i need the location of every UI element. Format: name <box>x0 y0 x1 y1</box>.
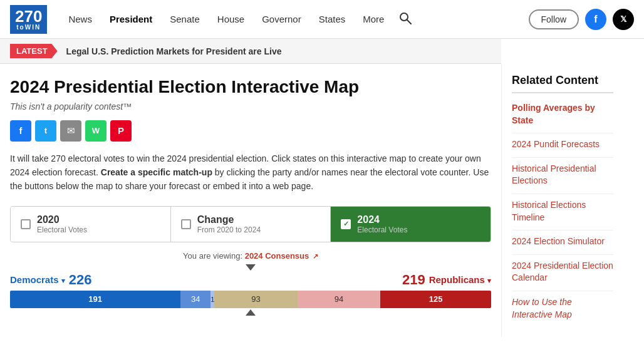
sidebar-divider-6 <box>512 291 613 291</box>
sidebar-title: Related Content <box>512 74 613 93</box>
logo-top: 270 <box>15 8 42 24</box>
latest-badge: LATEST <box>10 44 58 58</box>
header-right: Follow f 𝕏 <box>529 9 634 30</box>
banner: LATEST Legal U.S. Prediction Markets for… <box>0 39 501 64</box>
share-pinterest[interactable]: P <box>110 120 132 142</box>
sidebar-link-pundit[interactable]: 2024 Pundit Forecasts <box>512 138 613 151</box>
toggle-2024-sub: Electoral Votes <box>357 225 407 234</box>
sidebar: Related Content Polling Averages by Stat… <box>501 64 623 337</box>
viewing-label: You are viewing: 2024 Consensus ↗ <box>10 251 491 261</box>
nav-item-president[interactable]: President <box>101 14 161 24</box>
viewing-link[interactable]: 2024 Consensus ↗ <box>245 251 318 261</box>
twitter-x-icon[interactable]: 𝕏 <box>613 9 634 30</box>
rep-label[interactable]: Republicans ▾ <box>429 274 491 285</box>
nav-item-senate[interactable]: Senate <box>161 14 209 24</box>
main-layout: 2024 Presidential Election Interactive M… <box>0 64 644 337</box>
rep-side: 219 Republicans ▾ <box>402 272 491 288</box>
sidebar-divider-3 <box>512 194 613 194</box>
toggle-group: 2020 Electoral Votes Change From 2020 to… <box>10 206 491 242</box>
sidebar-link-calendar[interactable]: 2024 Presidential Election Calendar <box>512 260 613 284</box>
content-area: 2024 Presidential Election Interactive M… <box>0 64 501 337</box>
sidebar-divider-2 <box>512 157 613 158</box>
sidebar-divider-1 <box>512 133 613 133</box>
intro-text: It will take 270 electoral votes to win … <box>10 152 491 194</box>
ev-labels: Democrats ▾ 226 219 Republicans ▾ <box>10 272 491 288</box>
page-subtitle: This isn't a popularity contest™ <box>10 101 491 111</box>
checkbox-change <box>181 219 191 229</box>
triangle-down <box>10 264 491 271</box>
checkbox-2024: ✓ <box>341 219 351 229</box>
share-whatsapp[interactable]: W <box>85 120 106 142</box>
toggle-2020-main: 2020 <box>37 214 87 225</box>
nav-item-more[interactable]: More <box>354 14 393 24</box>
banner-text: Legal U.S. Prediction Markets for Presid… <box>66 46 282 56</box>
rep-count: 219 <box>402 272 425 288</box>
nav-item-governor[interactable]: Governor <box>253 14 310 24</box>
share-buttons: f t ✉ W P <box>10 120 491 142</box>
page-title: 2024 Presidential Election Interactive M… <box>10 76 491 98</box>
toggle-change-main: Change <box>197 214 261 225</box>
logo[interactable]: 270 toWIN <box>10 5 47 34</box>
dem-label[interactable]: Democrats ▾ <box>10 274 65 285</box>
svg-line-1 <box>407 20 411 24</box>
bar-dem-safe: 191 <box>10 291 180 308</box>
toggle-2024-label: 2024 Electoral Votes <box>357 214 407 234</box>
bar-rep-lean: 94 <box>298 291 381 308</box>
checkbox-2020 <box>21 219 31 229</box>
toggle-2020-sub: Electoral Votes <box>37 225 87 234</box>
rep-dropdown-icon: ▾ <box>487 277 491 284</box>
share-facebook[interactable]: f <box>10 120 31 142</box>
toggle-2020-label: 2020 Electoral Votes <box>37 214 87 234</box>
bar-toss: 93 <box>214 291 298 308</box>
sidebar-divider-5 <box>512 254 613 255</box>
dem-count: 226 <box>69 272 92 288</box>
share-twitter[interactable]: t <box>35 120 56 142</box>
dem-side: Democrats ▾ 226 <box>10 272 91 288</box>
sidebar-link-historical-elections[interactable]: Historical Presidential Elections <box>512 163 613 187</box>
sidebar-link-simulator[interactable]: 2024 Election Simulator <box>512 235 613 248</box>
toggle-change-sub: From 2020 to 2024 <box>197 225 261 234</box>
bar-rep-safe: 125 <box>380 291 491 308</box>
triangle-up <box>10 309 491 316</box>
sidebar-link-historical-timeline[interactable]: Historical Elections Timeline <box>512 199 613 224</box>
nav-item-news[interactable]: News <box>60 14 101 24</box>
logo-bottom: toWIN <box>16 24 41 31</box>
main-nav: News President Senate House Governor Sta… <box>60 12 528 26</box>
sidebar-divider-4 <box>512 230 613 230</box>
nav-item-states[interactable]: States <box>310 14 355 24</box>
facebook-icon[interactable]: f <box>585 9 606 30</box>
toggle-change-label: Change From 2020 to 2024 <box>197 214 261 234</box>
share-email[interactable]: ✉ <box>60 120 81 142</box>
external-link-icon: ↗ <box>313 252 318 260</box>
sidebar-link-polling[interactable]: Polling Averages by State <box>512 102 613 127</box>
ev-bar: 191 34 1 93 94 125 <box>10 291 491 308</box>
follow-button[interactable]: Follow <box>529 9 579 29</box>
sidebar-link-how-to[interactable]: How to Use the Interactive Map <box>512 296 613 321</box>
nav-item-house[interactable]: House <box>209 14 253 24</box>
toggle-2024-main: 2024 <box>357 214 407 225</box>
header: 270 toWIN News President Senate House Go… <box>0 0 644 39</box>
dem-dropdown-icon: ▾ <box>61 277 65 284</box>
intro-bold: Create a specific match-up <box>101 167 212 177</box>
svg-point-0 <box>400 13 408 21</box>
toggle-change[interactable]: Change From 2020 to 2024 <box>171 207 331 242</box>
toggle-2024[interactable]: ✓ 2024 Electoral Votes <box>331 207 491 242</box>
search-icon[interactable] <box>393 12 418 26</box>
bar-dem-likely: 34 <box>180 291 210 308</box>
toggle-2020[interactable]: 2020 Electoral Votes <box>11 207 171 242</box>
